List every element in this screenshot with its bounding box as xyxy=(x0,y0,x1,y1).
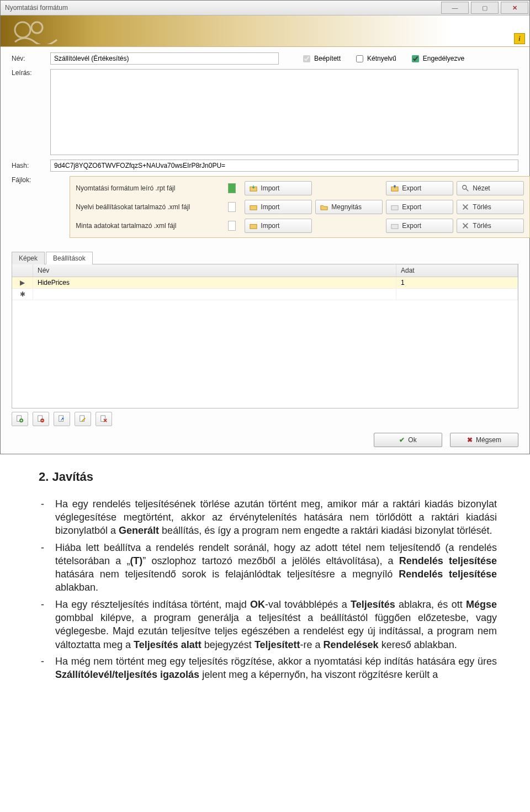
export-button[interactable]: Export xyxy=(386,219,453,233)
import-button[interactable]: Import xyxy=(245,181,312,195)
minimize-button[interactable]: — xyxy=(441,2,469,14)
desc-label: Leírás: xyxy=(12,69,50,77)
hash-input[interactable] xyxy=(50,160,518,172)
form-area: Név: Beépített Kétnyelvű Engedélyezve Le… xyxy=(1,47,529,246)
file-row-sample-xml: Minta adatokat tartalmazó .xml fájl Impo… xyxy=(76,219,524,233)
banner: i xyxy=(1,15,529,47)
folder-in-icon xyxy=(250,222,257,230)
svg-rect-10 xyxy=(250,224,257,229)
col-data: Adat xyxy=(396,264,518,277)
svg-rect-7 xyxy=(391,205,398,210)
row-marker-icon: ▶ xyxy=(12,277,33,288)
check-icon: ✔ xyxy=(399,436,405,444)
settings-tab-content: Név Adat ▶ HidePrices 1 ✱ xyxy=(12,264,518,408)
tab-images[interactable]: Képek xyxy=(12,252,45,264)
cell-name[interactable]: HidePrices xyxy=(33,277,396,288)
doc-plus-icon xyxy=(16,415,24,423)
add-row-button[interactable] xyxy=(12,412,28,426)
titlebar: Nyomtatási formátum — ▢ ✕ xyxy=(1,1,529,15)
document-text: 2. Javítás Ha egy rendelés teljesítéséne… xyxy=(0,454,530,696)
file-desc: Minta adatokat tartalmazó .xml fájl xyxy=(76,222,225,230)
dialog-buttons: ✔ Ok ✖ Mégsem xyxy=(1,431,529,454)
close-button[interactable]: ✕ xyxy=(501,2,528,14)
folder-in-icon xyxy=(250,184,257,192)
files-frame: Nyomtatási formátum leíró .rpt fájl Impo… xyxy=(70,176,530,238)
x-icon: ✖ xyxy=(467,436,473,444)
file-row-lang-xml: Nyelvi beállításokat tartalmazó .xml fáj… xyxy=(76,200,524,214)
doc-bullet: Ha egy rendelés teljesítésének törlése a… xyxy=(55,497,497,538)
grid-header: Név Adat xyxy=(12,264,518,277)
file-indicator-empty-icon xyxy=(228,202,236,212)
x-icon xyxy=(462,222,469,230)
builtin-label: Beépített xyxy=(314,55,341,62)
magnifier-icon xyxy=(462,184,469,192)
file-desc: Nyomtatási formátum leíró .rpt fájl xyxy=(76,184,225,192)
file-desc: Nyelvi beállításokat tartalmazó .xml fáj… xyxy=(76,203,225,211)
file-indicator-empty-icon xyxy=(228,221,236,231)
import-button[interactable]: Import xyxy=(245,200,312,214)
new-row-marker-icon: ✱ xyxy=(12,289,33,300)
col-name: Név xyxy=(33,264,396,277)
cancel-button[interactable]: ✖ Mégsem xyxy=(450,433,518,447)
delete-button[interactable]: Törlés xyxy=(457,200,524,214)
grid-toolbar xyxy=(12,412,518,426)
bilingual-label: Kétnyelvű xyxy=(367,55,396,62)
svg-point-4 xyxy=(463,185,467,189)
svg-point-0 xyxy=(15,22,30,38)
doc-bullet: Hiába lett beállítva a rendelés rendelt … xyxy=(55,541,497,595)
print-format-window: Nyomtatási formátum — ▢ ✕ i Név: Beépíte… xyxy=(0,0,530,454)
import-button[interactable]: Import xyxy=(245,219,312,233)
doc-x-icon xyxy=(100,415,108,423)
tab-settings[interactable]: Beállítások xyxy=(46,252,93,264)
doc-pencil-icon xyxy=(79,415,87,423)
folder-out-icon xyxy=(391,222,399,230)
export-button[interactable]: Export xyxy=(386,181,453,195)
x-icon xyxy=(462,203,469,211)
open-button[interactable]: Megnyitás xyxy=(315,200,383,214)
tabs: Képek Beállítások xyxy=(12,251,518,264)
svg-point-1 xyxy=(31,22,43,33)
table-row-new[interactable]: ✱ xyxy=(12,289,518,300)
edit-button[interactable] xyxy=(75,412,91,426)
name-label: Név: xyxy=(12,55,50,62)
grid-body: ▶ HidePrices 1 ✱ xyxy=(12,277,518,408)
doc-bullet: Ha egy részteljesítés indítása történt, … xyxy=(55,598,497,651)
name-input[interactable] xyxy=(50,52,279,65)
enabled-checkbox[interactable]: Engedélyezve xyxy=(410,54,464,64)
banner-decoration xyxy=(13,18,62,44)
info-icon[interactable]: i xyxy=(514,33,525,44)
view-button[interactable]: Nézet xyxy=(457,181,524,195)
svg-line-5 xyxy=(466,189,468,191)
delete-all-button[interactable] xyxy=(96,412,112,426)
table-row[interactable]: ▶ HidePrices 1 xyxy=(12,277,518,289)
window-title: Nyomtatási formátum xyxy=(5,4,440,12)
bilingual-checkbox[interactable]: Kétnyelvű xyxy=(354,54,396,64)
hash-label: Hash: xyxy=(12,162,50,169)
folder-out-icon xyxy=(391,184,399,192)
doc-arrow-icon xyxy=(58,415,66,423)
file-row-rpt: Nyomtatási formátum leíró .rpt fájl Impo… xyxy=(76,181,524,195)
desc-textarea[interactable] xyxy=(50,69,518,155)
enabled-label: Engedélyezve xyxy=(423,55,464,62)
doc-minus-icon xyxy=(37,415,45,423)
svg-rect-11 xyxy=(391,224,398,229)
folder-open-icon xyxy=(320,203,328,211)
cell-data[interactable]: 1 xyxy=(396,277,518,288)
maximize-button[interactable]: ▢ xyxy=(471,2,499,14)
export-button[interactable]: Export xyxy=(386,200,453,214)
builtin-checkbox[interactable]: Beépített xyxy=(301,54,341,64)
remove-row-button[interactable] xyxy=(33,412,49,426)
delete-button[interactable]: Törlés xyxy=(457,219,524,233)
file-indicator-full-icon xyxy=(228,183,236,193)
refresh-button[interactable] xyxy=(54,412,70,426)
files-label: Fájlok: xyxy=(12,176,31,184)
svg-rect-6 xyxy=(250,205,257,210)
folder-in-icon xyxy=(250,203,257,211)
ok-button[interactable]: ✔ Ok xyxy=(374,433,442,447)
doc-heading: 2. Javítás xyxy=(39,469,497,485)
folder-out-icon xyxy=(391,203,399,211)
doc-bullet: Ha még nem történt meg egy teljesítés rö… xyxy=(55,655,497,682)
